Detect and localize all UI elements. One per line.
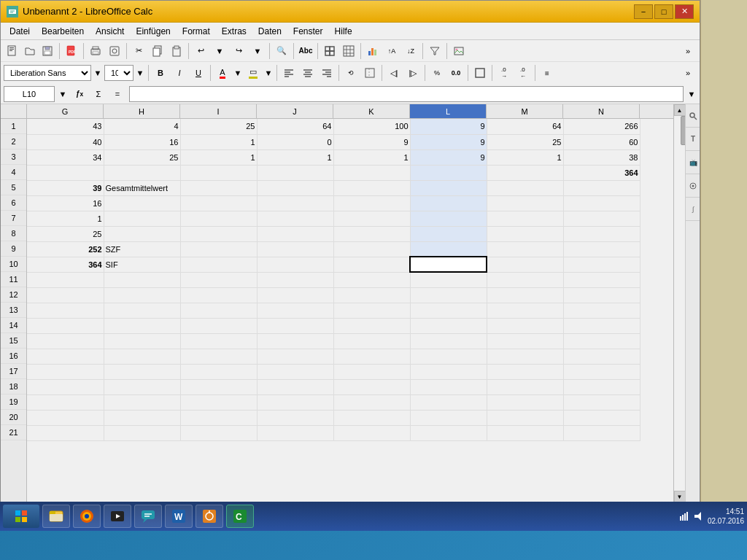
add-decimal-button[interactable]: .0→ (495, 64, 513, 82)
cell-G1[interactable]: 43 (27, 119, 104, 134)
cell-K6[interactable] (333, 195, 410, 211)
open-button[interactable] (21, 42, 39, 60)
row-num-9[interactable]: 9 (1, 241, 26, 257)
align-left-button[interactable] (280, 64, 298, 82)
cell-I4[interactable] (180, 165, 257, 180)
cell-K2[interactable]: 9 (333, 134, 410, 149)
row-num-6[interactable]: 6 (1, 195, 26, 211)
bold-button[interactable]: B (152, 64, 169, 82)
undo-dropdown[interactable]: ▼ (211, 42, 228, 60)
row-num-4[interactable]: 4 (1, 165, 26, 180)
cell-N4[interactable]: 364 (563, 165, 640, 180)
cell-G4[interactable] (27, 165, 104, 180)
cell-I6[interactable] (180, 195, 257, 211)
cell-N8[interactable] (563, 226, 640, 241)
row-num-7[interactable]: 7 (1, 211, 26, 226)
col-header-H[interactable]: H (104, 104, 180, 118)
cell-J7[interactable] (257, 211, 333, 226)
align-center-button[interactable] (299, 64, 317, 82)
menu-datei[interactable]: Datei (4, 25, 36, 38)
find-button[interactable]: 🔍 (273, 42, 290, 60)
cell-J4[interactable] (257, 165, 333, 180)
cell-K1[interactable]: 100 (333, 119, 410, 134)
font-size-dropdown[interactable]: ▼ (135, 64, 145, 82)
row-num-10[interactable]: 10 (1, 257, 26, 272)
cell-I8[interactable] (180, 226, 257, 241)
table-borders-button[interactable] (321, 42, 338, 60)
print-button[interactable] (87, 42, 104, 60)
save-button[interactable] (39, 42, 56, 60)
row-num-16[interactable]: 16 (1, 349, 26, 364)
cell-I1[interactable]: 25 (180, 119, 257, 134)
cell-K3[interactable]: 1 (333, 149, 410, 165)
cell-N9[interactable] (563, 241, 640, 257)
wrap-button[interactable]: ⟲ (342, 64, 360, 82)
decimal-format-button[interactable]: 0.0 (447, 64, 465, 82)
row-num-17[interactable]: 17 (1, 364, 26, 379)
taskbar-paint[interactable] (196, 505, 223, 528)
cell-M11[interactable] (487, 272, 563, 287)
cell-N11[interactable] (563, 272, 640, 287)
cell-L8[interactable] (410, 226, 487, 241)
font-name-selector[interactable]: Liberation Sans (4, 65, 91, 81)
sort-asc-button[interactable]: ↑A (383, 42, 400, 60)
del-decimal-button[interactable]: .0← (514, 64, 532, 82)
cell-M7[interactable] (487, 211, 563, 226)
formula-equals-button[interactable]: = (109, 85, 126, 103)
taskbar-media[interactable] (104, 505, 131, 528)
number-format-button[interactable]: % (428, 64, 446, 82)
cell-H11[interactable] (104, 272, 180, 287)
sort-desc-button[interactable]: ↓Z (402, 42, 419, 60)
menu-fenster[interactable]: Fenster (287, 25, 329, 38)
indent-dec-button[interactable]: ◁| (385, 64, 403, 82)
italic-button[interactable]: I (171, 64, 188, 82)
copy-button[interactable] (149, 42, 166, 60)
col-header-N[interactable]: N (563, 104, 640, 118)
chart-button[interactable] (364, 42, 382, 60)
row-num-15[interactable]: 15 (1, 333, 26, 349)
taskbar-calc[interactable]: C (226, 505, 254, 528)
cell-K4[interactable] (333, 165, 410, 180)
row-num-13[interactable]: 13 (1, 303, 26, 318)
cell-K5[interactable] (333, 180, 410, 195)
redo-button[interactable]: ↪ (230, 42, 247, 60)
cell-G11[interactable] (27, 272, 104, 287)
panel-icon-text[interactable]: T (686, 128, 700, 151)
font-name-dropdown[interactable]: ▼ (93, 64, 103, 82)
menu-format[interactable]: Format (177, 25, 216, 38)
pdf-button[interactable]: PDF (63, 42, 80, 60)
scroll-up-button[interactable]: ▲ (674, 104, 686, 116)
cell-I11[interactable] (180, 272, 257, 287)
cell-J10[interactable] (257, 257, 333, 272)
cell-M5[interactable] (487, 180, 563, 195)
maximize-button[interactable]: □ (654, 4, 673, 19)
minimize-button[interactable]: − (634, 4, 653, 19)
align-right-button[interactable] (318, 64, 336, 82)
cell-G2[interactable]: 40 (27, 134, 104, 149)
col-header-G[interactable]: G (27, 104, 104, 118)
window-controls[interactable]: − □ ✕ (634, 4, 694, 19)
taskbar-word[interactable]: W (165, 505, 193, 528)
indent-inc-button[interactable]: |▷ (404, 64, 422, 82)
cell-G6[interactable]: 16 (27, 195, 104, 211)
cell-L1[interactable]: 9 (410, 119, 487, 134)
toolbar2-extra[interactable]: » (679, 64, 697, 82)
cell-H4[interactable] (104, 165, 180, 180)
cell-N3[interactable]: 38 (563, 149, 640, 165)
cell-H6[interactable] (104, 195, 180, 211)
font-size-selector[interactable]: 10 (104, 65, 133, 81)
paste-button[interactable] (168, 42, 185, 60)
cell-H7[interactable] (104, 211, 180, 226)
cell-G5[interactable]: 39 (27, 180, 104, 195)
cell-K8[interactable] (333, 226, 410, 241)
function-wizard-button[interactable]: ƒx (71, 85, 88, 103)
cell-N10[interactable] (563, 257, 640, 272)
row-num-19[interactable]: 19 (1, 394, 26, 410)
filter-button[interactable] (426, 42, 444, 60)
formula-dropdown[interactable]: ▼ (686, 85, 697, 103)
menu-extras[interactable]: Extras (216, 25, 252, 38)
cell-L10[interactable] (410, 257, 487, 272)
cell-N2[interactable]: 60 (563, 134, 640, 149)
cell-M8[interactable] (487, 226, 563, 241)
cell-J6[interactable] (257, 195, 333, 211)
